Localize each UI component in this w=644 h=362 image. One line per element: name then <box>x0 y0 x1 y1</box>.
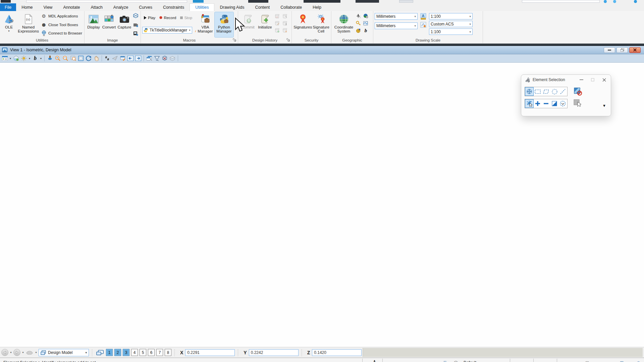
active-level[interactable]: Default <box>464 360 476 362</box>
close-tool-boxes-button[interactable]: ⊗ Close Tool Boxes <box>41 22 82 28</box>
section-clip-button[interactable] <box>169 55 176 62</box>
initialize-button[interactable]: Initialize <box>256 12 274 37</box>
view-toggle-8[interactable]: 8 <box>165 349 171 356</box>
drawing-area[interactable]: Element Selection <box>0 63 644 347</box>
mode-invert-button[interactable] <box>550 100 558 108</box>
tab-file[interactable]: File <box>0 3 16 11</box>
play-button[interactable]: Play <box>144 16 155 20</box>
view-close-button[interactable] <box>629 47 641 53</box>
signature-cell-button[interactable]: Signature Cell <box>312 12 330 37</box>
display-button[interactable]: Display <box>86 12 101 37</box>
update-view-button[interactable] <box>46 55 54 62</box>
select-none-button[interactable] <box>574 87 582 96</box>
dialog-expand-arrow[interactable]: ▼ <box>602 104 606 108</box>
acs-icon[interactable] <box>420 22 426 28</box>
cube-view-icon[interactable] <box>133 13 139 18</box>
tab-view[interactable]: View <box>38 3 58 11</box>
record-button[interactable]: Record <box>159 16 176 20</box>
fly-button[interactable] <box>111 55 119 62</box>
view-toggle-2[interactable]: 2 <box>114 349 121 356</box>
vba-manager-button[interactable]: VBA Manager <box>196 12 215 37</box>
back-dropdown[interactable]: ▾ <box>9 351 12 354</box>
x-input[interactable] <box>185 349 235 356</box>
view-attributes-dropdown[interactable]: ▾ <box>9 55 12 62</box>
walk-button[interactable] <box>104 55 111 62</box>
movie-capture-icon[interactable] <box>133 22 139 27</box>
geo-key-icon[interactable] <box>356 20 361 26</box>
method-line-button[interactable] <box>559 87 567 96</box>
tab-home[interactable]: Home <box>16 3 38 11</box>
tab-help[interactable]: Help <box>307 3 327 11</box>
view-toggle-3[interactable]: 3 <box>123 349 129 356</box>
window-area-button[interactable] <box>69 55 77 62</box>
movie-save-icon[interactable] <box>133 31 139 36</box>
view-groups-button[interactable] <box>96 349 104 356</box>
geo-orientation-icon[interactable] <box>356 13 361 19</box>
macros-dialog-launcher-icon[interactable] <box>233 38 236 42</box>
fit-view-button[interactable] <box>77 55 85 62</box>
coordinate-system-button[interactable]: Coordinate System <box>333 12 355 37</box>
element-selection-dialog[interactable]: Element Selection <box>521 74 611 116</box>
view-minimize-button[interactable] <box>604 47 615 53</box>
view-toggle-5[interactable]: 5 <box>140 349 146 356</box>
globe-icon-fragment[interactable]: ◉ <box>637 360 640 362</box>
connect-to-browser-button[interactable]: Connect to Browser <box>41 30 82 36</box>
units-primary-combo[interactable]: Millimeters▾ <box>375 13 418 20</box>
signatures-button[interactable]: Signatures <box>293 12 312 37</box>
method-block-button[interactable] <box>534 87 542 96</box>
clip-mask-button[interactable] <box>161 55 168 62</box>
titlebar-circle-icon2[interactable] <box>613 0 616 3</box>
mode-add-button[interactable] <box>534 100 542 108</box>
tab-attach[interactable]: Attach <box>85 3 108 11</box>
geo-map-icon[interactable] <box>363 20 369 26</box>
display-style-button[interactable] <box>12 55 20 62</box>
y-input[interactable] <box>249 349 299 356</box>
annotation-scale-combo[interactable]: 1:100▾ <box>429 13 473 19</box>
mdl-applications-button[interactable]: ⚙ MDL Applications <box>41 13 82 19</box>
forward-dropdown[interactable]: ▾ <box>21 351 24 354</box>
zoom-out-button[interactable] <box>62 55 69 62</box>
mode-clear-button[interactable] <box>559 100 567 108</box>
clipboard-icon-fragment[interactable]: ▣ <box>585 360 589 362</box>
copy-view-button[interactable] <box>146 55 153 62</box>
acs-name-combo[interactable]: Custom ACS▾ <box>429 21 473 27</box>
capture-button[interactable]: Capture <box>117 12 132 37</box>
back-button[interactable] <box>1 349 8 356</box>
units-secondary-combo[interactable]: Millimeters▾ <box>375 22 418 29</box>
select-all-button[interactable] <box>574 99 582 108</box>
dialog-close-icon[interactable] <box>601 77 607 82</box>
bing-maps-icon[interactable]: b <box>363 28 369 34</box>
tab-constraints[interactable]: Constraints <box>158 3 190 11</box>
geo-reproject-icon[interactable] <box>363 13 369 19</box>
named-expressions-button[interactable]: (x) Named Expressions <box>16 12 40 37</box>
rotate-view-button[interactable] <box>85 55 92 62</box>
forward-button[interactable] <box>13 349 20 356</box>
search-box-fragment[interactable] <box>522 0 600 3</box>
method-individual-button[interactable] <box>525 87 533 96</box>
clip-volume-button[interactable] <box>153 55 161 62</box>
mode-subtract-button[interactable] <box>542 100 550 108</box>
ole-button[interactable]: OLE ▾ <box>1 12 16 37</box>
view1-titlebar[interactable]: View 1 - Isometric, Design Model <box>0 46 644 54</box>
titlebar-circle-icon[interactable] <box>604 0 607 3</box>
dialog-minimize-icon[interactable] <box>579 77 584 82</box>
tab-content[interactable]: Content <box>250 3 275 11</box>
tab-curves[interactable]: Curves <box>133 3 158 11</box>
magnet-icon-fragment[interactable]: ◯ <box>453 360 458 362</box>
model-selector-combo[interactable]: Design Model ▾ <box>39 349 89 356</box>
view-toggle-6[interactable]: 6 <box>148 349 155 356</box>
view-next-button[interactable] <box>135 55 142 62</box>
view-attributes-button[interactable] <box>1 55 8 62</box>
element-selection-titlebar[interactable]: Element Selection <box>521 75 611 85</box>
view-previous-button[interactable] <box>127 55 134 62</box>
recent-views-dropdown[interactable]: ▾ <box>35 351 38 354</box>
bing-background-dropdown[interactable]: ▾ <box>39 55 43 62</box>
adjust-lighting-button[interactable] <box>20 55 28 62</box>
adjust-lighting-dropdown[interactable]: ▾ <box>28 55 31 62</box>
python-manager-button[interactable]: Python Manager <box>215 12 233 37</box>
acs-scale-combo[interactable]: 1:100▾ <box>429 28 473 35</box>
method-circle-button[interactable] <box>550 87 558 96</box>
convert-button[interactable]: Convert <box>101 12 117 37</box>
design-history-dialog-launcher-icon[interactable] <box>286 38 290 42</box>
bing-background-button[interactable]: b <box>32 55 39 62</box>
